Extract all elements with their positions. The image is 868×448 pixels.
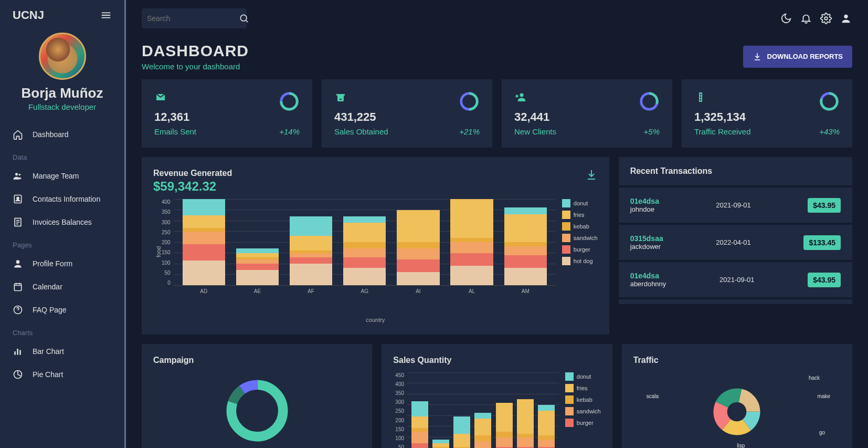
bar-segment [496, 437, 513, 447]
svg-rect-6 [14, 284, 21, 290]
bar-column: AD [411, 372, 428, 448]
bar-label: AD [183, 285, 225, 294]
home-icon [13, 129, 23, 140]
bar-chart-icon [13, 346, 23, 357]
bar-segment [411, 432, 428, 443]
search-box[interactable] [142, 8, 247, 28]
svg-point-38 [730, 405, 744, 419]
person-icon [13, 258, 23, 269]
campaign-title: Campaign [153, 356, 361, 365]
transaction-amount: $43.95 [808, 273, 841, 287]
stat-delta: +5% [644, 127, 660, 136]
bar-segment [397, 272, 439, 285]
sidebar-item-faq[interactable]: FAQ Page [0, 298, 124, 321]
bar-column: AE [236, 199, 279, 285]
chart-ylabel: food [153, 199, 162, 304]
transaction-row: 0315dsaa jackdower 2022-04-01 $133.45 [619, 225, 852, 262]
chart-yticks: 450400350300250200150100500 [395, 372, 407, 448]
transaction-user: aberdohnny [630, 280, 666, 288]
traffic-title: Traffic [633, 356, 841, 365]
bar-segment [411, 416, 428, 428]
transaction-date: 2021-09-01 [719, 276, 755, 284]
bar-segment [183, 261, 225, 285]
search-input[interactable] [147, 14, 239, 23]
bar-label: AE [236, 285, 279, 294]
nav-heading-pages: Pages [0, 234, 124, 252]
bar-column: AM [538, 372, 555, 448]
download-reports-button[interactable]: DOWNLOAD REPORTS [743, 46, 852, 68]
transaction-amount: $133.45 [803, 235, 841, 250]
transaction-id: 01e4dsa [630, 197, 659, 205]
svg-point-14 [844, 15, 848, 18]
transaction-date: 2021-09-01 [716, 201, 751, 209]
transactions-title: Recent Transactions [619, 157, 852, 187]
notifications-icon[interactable] [800, 12, 812, 25]
revenue-bar-chart: food400350300250200150100500ADAEAFAGAIAL… [153, 199, 598, 304]
sidebar: UCNJ Borja Muñoz Fullstack developer Das… [0, 0, 126, 448]
sidebar-item-bar-chart[interactable]: Bar Chart [0, 340, 124, 363]
stat-value: 431,225 [334, 110, 388, 124]
sidebar-item-manage-team[interactable]: Manage Team [0, 164, 124, 187]
transaction-row: 01e4dsa johndoe 2021-09-01 $43.95 [619, 187, 852, 225]
settings-icon[interactable] [820, 12, 832, 25]
stat-icon [334, 91, 388, 103]
bar-segment [453, 416, 470, 434]
download-chart-icon[interactable] [585, 169, 598, 181]
svg-point-26 [700, 99, 702, 101]
legend-item: donut [562, 199, 598, 207]
bar-segment [397, 242, 439, 248]
stat-value: 1,325,134 [694, 110, 751, 124]
sidebar-item-dashboard[interactable]: Dashboard [0, 123, 124, 146]
bar-segment [504, 207, 547, 214]
pie-label: lisp [737, 443, 745, 448]
stat-label: New Clients [514, 127, 556, 136]
bar-segment [504, 246, 547, 255]
bar-segment [290, 264, 332, 285]
bar-column: AG [343, 199, 386, 285]
sidebar-item-calendar[interactable]: Calendar [0, 275, 124, 298]
svg-rect-17 [340, 99, 342, 100]
sidebar-item-invoices[interactable]: Invoices Balances [0, 211, 124, 234]
avatar [39, 33, 86, 80]
bar-segment [183, 228, 225, 232]
bar-column: AL [517, 372, 534, 448]
bar-segment [236, 264, 279, 270]
bar-segment [538, 440, 555, 447]
transaction-id: 01e4dsa [630, 272, 666, 280]
bar-segment [432, 443, 449, 447]
legend-item: kebab [562, 222, 598, 231]
pie-chart-icon [13, 369, 23, 380]
stat-card: 32,441 New Clients +5% [502, 79, 672, 148]
sidebar-item-contacts[interactable]: Contacts Information [0, 187, 124, 211]
svg-point-1 [19, 174, 21, 176]
sidebar-item-label: Manage Team [33, 172, 79, 180]
bar-segment [411, 443, 428, 448]
bar-segment [183, 215, 225, 227]
bar-segment [236, 270, 279, 285]
bar-segment [450, 266, 493, 285]
chart-legend: donutfrieskebabsandwichburger [559, 372, 601, 448]
bar-segment [343, 257, 386, 268]
bar-segment [450, 199, 493, 238]
bar-label: AL [450, 285, 493, 294]
transaction-date: 2022-04-01 [716, 238, 751, 246]
sidebar-item-pie-chart[interactable]: Pie Chart [0, 363, 124, 386]
user-icon[interactable] [840, 12, 852, 25]
menu-toggle-icon[interactable] [100, 9, 112, 21]
revenue-amount: $59,342.32 [153, 179, 232, 194]
bar-segment [343, 223, 386, 242]
bar-segment [397, 210, 439, 243]
bar-segment [538, 435, 555, 439]
svg-point-13 [824, 17, 828, 20]
contacts-icon [13, 194, 23, 204]
bar-segment [432, 440, 449, 443]
help-icon [13, 305, 23, 315]
legend-item: kebab [565, 395, 601, 404]
dark-mode-icon[interactable] [780, 12, 792, 25]
search-icon[interactable] [239, 13, 249, 24]
pie-label: go [819, 430, 825, 435]
bar-label: AI [397, 285, 439, 294]
sidebar-item-label: Pie Chart [33, 370, 63, 379]
bar-segment [474, 441, 491, 448]
sidebar-item-profile-form[interactable]: Profile Form [0, 252, 124, 275]
